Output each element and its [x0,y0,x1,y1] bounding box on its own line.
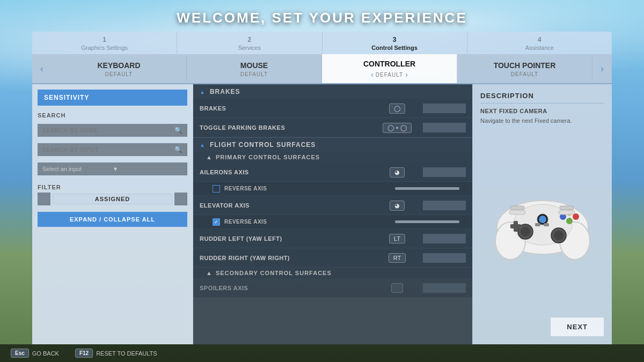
section-brakes[interactable]: ▲ BRAKES [193,84,472,99]
description-title: DESCRIPTION [480,92,604,104]
tab-touch[interactable]: TOUCH POINTER DEFAULT [457,56,592,82]
description-text: Navigate to the next Fixed camera. [480,116,604,125]
search-by-name-input[interactable] [42,128,174,134]
svg-rect-9 [510,224,521,228]
filter-prev-button[interactable]: ‹ [38,193,50,205]
elevator-slider[interactable] [395,220,459,223]
elevator-empty [423,201,466,210]
next-button-container: NEXT [480,317,604,337]
svg-rect-20 [535,223,540,226]
tab-controller[interactable]: CONTROLLER ‹ DEFAULT › [322,54,457,83]
input-tabs: ‹ KEYBOARD DEFAULT MOUSE DEFAULT CONTROL… [32,54,612,84]
reset-defaults-label: RESET TO DEFAULTS [96,350,157,357]
search-by-name-row: 🔍 [38,124,187,137]
description-subtitle: NEXT FIXED CAMERA [480,108,604,114]
filter-section: FILTER ‹ ASSIGNED › [38,182,187,205]
binding-spoilers[interactable]: SPOILERS AXIS [193,278,472,298]
elevator-reverse-checkbox[interactable]: ✓ [213,218,220,226]
parking-brakes-empty [423,123,466,132]
filter-next-button[interactable]: › [174,193,187,205]
search-input-icon[interactable]: 🔍 [174,146,182,153]
flight-control-chevron-icon: ▲ [200,142,206,148]
checkmark-icon: ✓ [214,219,218,225]
svg-point-5 [521,227,530,237]
binding-toggle-parking-brakes[interactable]: TOGGLE PARKING BRAKES ◯ + ◯ [193,118,472,137]
esc-key: Esc [11,349,29,358]
parking-brakes-key-badge: ◯ + ◯ [383,123,412,133]
ailerons-reverse-checkbox[interactable] [213,185,220,193]
controller-image [480,132,604,313]
filter-label: FILTER [38,184,187,190]
tab-keyboard[interactable]: KEYBOARD DEFAULT [52,56,187,82]
bindings-panel[interactable]: ▲ BRAKES BRAKES ◯ TOGGLE PARKING BRAKES … [193,84,472,344]
rudder-right-key-badge: RT [389,253,406,263]
rudder-left-empty [423,234,466,243]
tabs-next-arrow[interactable]: › [592,63,612,75]
elevator-key-badge: ◕ [390,201,405,211]
primary-control-chevron-icon: ▲ [206,154,213,160]
binding-rudder-left[interactable]: RUDDER LEFT (YAW LEFT) LT [193,229,472,248]
spoilers-key-badge [391,283,402,293]
tab-mouse[interactable]: MOUSE DEFAULT [187,56,322,82]
secondary-control-chevron-icon: ▲ [206,270,213,276]
ailerons-key-badge: ◕ [390,167,405,178]
steps-bar: 1 Graphics Settings 2 Services 3 Control… [32,32,612,54]
svg-point-7 [554,231,564,240]
section-flight-control[interactable]: ▲ FLIGHT CONTROL SURFACES [193,137,472,152]
page-title: WELCOME, SET YOUR EXPERIENCE [0,0,644,32]
svg-rect-17 [559,210,575,215]
bottom-bar: Esc GO BACK F12 RESET TO DEFAULTS [0,344,644,362]
step-3[interactable]: 3 Control Settings [323,32,467,54]
svg-rect-18 [510,206,524,210]
binding-brakes[interactable]: BRAKES ◯ [193,99,472,118]
tabs-prev-arrow[interactable]: ‹ [32,63,52,75]
right-panel: DESCRIPTION NEXT FIXED CAMERA Navigate t… [472,84,612,344]
f12-key: F12 [75,349,93,358]
elevator-reverse-row: ✓ REVERSE AXIS [193,215,472,229]
select-input-dropdown[interactable]: Select an input ▼ [38,162,187,175]
search-by-input-row: 🔍 [38,143,187,156]
spoilers-empty [423,283,466,293]
svg-rect-21 [544,223,549,226]
select-input-arrow-icon: ▼ [113,166,183,172]
ailerons-reverse-row: REVERSE AXIS [193,182,472,196]
flight-control-label: FLIGHT CONTROL SURFACES [210,141,316,149]
svg-point-10 [566,218,573,224]
binding-elevator-axis[interactable]: ELEVATOR AXIS ◕ [193,196,472,215]
go-back-shortcut: Esc GO BACK [11,349,59,358]
secondary-control-label: SECONDARY CONTROL SURFACES [216,270,332,276]
subsection-primary-control[interactable]: ▲ PRIMARY CONTROL SURFACES [193,152,472,162]
brakes-empty [423,104,466,113]
filter-row: ‹ ASSIGNED › [38,193,187,205]
controller-prev[interactable]: ‹ [371,70,374,79]
search-name-icon[interactable]: 🔍 [174,127,182,134]
step-2[interactable]: 2 Services [177,32,322,54]
brakes-label: BRAKES [210,88,240,95]
svg-rect-19 [560,206,574,210]
rudder-left-key-badge: LT [389,234,405,243]
brakes-chevron-icon: ▲ [200,89,206,95]
reset-defaults-shortcut: F12 RESET TO DEFAULTS [75,349,157,358]
subsection-secondary-control[interactable]: ▲ SECONDARY CONTROL SURFACES [193,268,472,278]
binding-ailerons-axis[interactable]: AILERONS AXIS ◕ [193,162,472,182]
svg-rect-16 [509,210,525,215]
filter-value: ASSIGNED [53,194,172,204]
step-1[interactable]: 1 Graphics Settings [32,32,177,54]
brakes-key-badge: ◯ [389,104,405,114]
svg-point-15 [539,216,546,223]
controller-next[interactable]: › [405,70,408,79]
primary-control-label: PRIMARY CONTROL SURFACES [216,154,320,160]
step-4[interactable]: 4 Assistance [467,32,612,54]
ailerons-slider[interactable] [395,187,459,190]
binding-rudder-right[interactable]: RUDDER RIGHT (YAW RIGHT) RT [193,248,472,268]
expand-collapse-button[interactable]: EXPAND / COLLAPSE ALL [38,212,187,227]
sensitivity-button[interactable]: SENSITIVITY [38,90,187,106]
ailerons-empty [423,167,466,177]
next-button[interactable]: NEXT [550,317,604,337]
search-label: SEARCH [38,112,187,119]
go-back-label: GO BACK [32,350,59,357]
rudder-right-empty [423,253,466,263]
search-by-input-input[interactable] [42,147,174,153]
left-panel: SENSITIVITY SEARCH 🔍 🔍 Select an input ▼… [32,84,193,344]
